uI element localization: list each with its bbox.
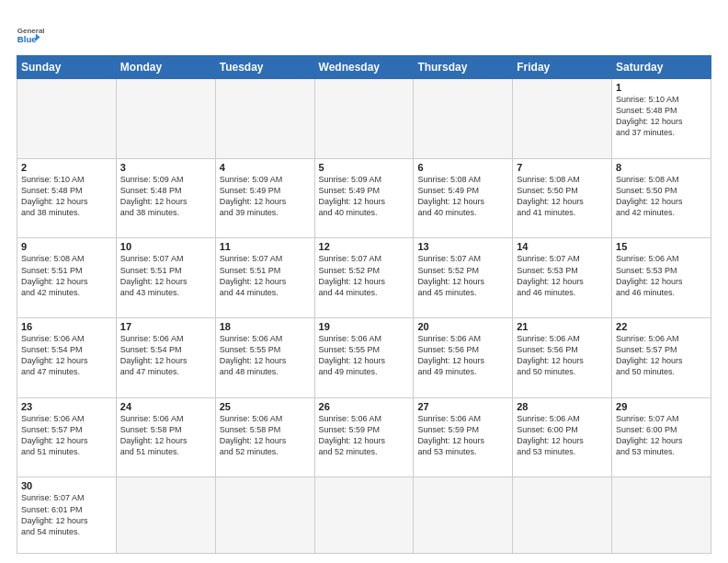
logo: GeneralBlue bbox=[17, 20, 46, 50]
day-number: 24 bbox=[120, 401, 211, 412]
calendar-header-sunday: Sunday bbox=[17, 56, 117, 79]
calendar-cell: 25Sunrise: 5:06 AM Sunset: 5:58 PM Dayli… bbox=[215, 397, 314, 477]
calendar-cell: 22Sunrise: 5:06 AM Sunset: 5:57 PM Dayli… bbox=[612, 318, 711, 398]
calendar-header-friday: Friday bbox=[513, 56, 612, 79]
calendar-cell: 18Sunrise: 5:06 AM Sunset: 5:55 PM Dayli… bbox=[215, 318, 314, 398]
day-info: Sunrise: 5:10 AM Sunset: 5:48 PM Dayligh… bbox=[616, 94, 707, 139]
calendar-cell: 6Sunrise: 5:08 AM Sunset: 5:49 PM Daylig… bbox=[414, 158, 513, 238]
day-number: 14 bbox=[517, 241, 608, 252]
day-info: Sunrise: 5:07 AM Sunset: 6:01 PM Dayligh… bbox=[21, 492, 112, 537]
day-number: 16 bbox=[21, 321, 112, 332]
calendar-cell: 15Sunrise: 5:06 AM Sunset: 5:53 PM Dayli… bbox=[612, 238, 711, 318]
day-info: Sunrise: 5:06 AM Sunset: 5:58 PM Dayligh… bbox=[220, 413, 311, 458]
calendar-cell bbox=[215, 477, 314, 554]
calendar-cell: 21Sunrise: 5:06 AM Sunset: 5:56 PM Dayli… bbox=[513, 318, 612, 398]
day-info: Sunrise: 5:08 AM Sunset: 5:50 PM Dayligh… bbox=[517, 174, 608, 219]
calendar-cell bbox=[17, 79, 117, 159]
calendar-cell: 11Sunrise: 5:07 AM Sunset: 5:51 PM Dayli… bbox=[215, 238, 314, 318]
calendar-header-tuesday: Tuesday bbox=[215, 56, 314, 79]
day-number: 26 bbox=[319, 401, 410, 412]
day-number: 12 bbox=[319, 241, 410, 252]
day-number: 5 bbox=[319, 162, 410, 173]
day-info: Sunrise: 5:06 AM Sunset: 5:58 PM Dayligh… bbox=[120, 413, 211, 458]
day-number: 2 bbox=[21, 162, 112, 173]
calendar-header-row: SundayMondayTuesdayWednesdayThursdayFrid… bbox=[17, 56, 711, 79]
day-number: 15 bbox=[616, 241, 707, 252]
day-number: 7 bbox=[517, 162, 608, 173]
calendar-cell: 24Sunrise: 5:06 AM Sunset: 5:58 PM Dayli… bbox=[116, 397, 215, 477]
day-number: 18 bbox=[220, 321, 311, 332]
calendar-cell: 13Sunrise: 5:07 AM Sunset: 5:52 PM Dayli… bbox=[414, 238, 513, 318]
day-number: 4 bbox=[220, 162, 311, 173]
day-info: Sunrise: 5:06 AM Sunset: 5:53 PM Dayligh… bbox=[616, 253, 707, 298]
day-number: 8 bbox=[616, 162, 707, 173]
calendar-cell: 30Sunrise: 5:07 AM Sunset: 6:01 PM Dayli… bbox=[17, 477, 117, 554]
day-number: 29 bbox=[616, 401, 707, 412]
day-info: Sunrise: 5:08 AM Sunset: 5:51 PM Dayligh… bbox=[21, 253, 112, 298]
calendar-cell: 1Sunrise: 5:10 AM Sunset: 5:48 PM Daylig… bbox=[612, 79, 711, 159]
svg-text:Blue: Blue bbox=[17, 34, 37, 44]
header: GeneralBlue bbox=[17, 17, 711, 50]
day-number: 17 bbox=[120, 321, 211, 332]
day-info: Sunrise: 5:06 AM Sunset: 5:54 PM Dayligh… bbox=[120, 333, 211, 378]
calendar-cell: 23Sunrise: 5:06 AM Sunset: 5:57 PM Dayli… bbox=[17, 397, 117, 477]
calendar-cell: 10Sunrise: 5:07 AM Sunset: 5:51 PM Dayli… bbox=[116, 238, 215, 318]
calendar-cell: 27Sunrise: 5:06 AM Sunset: 5:59 PM Dayli… bbox=[414, 397, 513, 477]
calendar-cell: 28Sunrise: 5:06 AM Sunset: 6:00 PM Dayli… bbox=[513, 397, 612, 477]
calendar-cell bbox=[513, 477, 612, 554]
day-number: 23 bbox=[21, 401, 112, 412]
day-info: Sunrise: 5:07 AM Sunset: 5:51 PM Dayligh… bbox=[120, 253, 211, 298]
day-info: Sunrise: 5:09 AM Sunset: 5:49 PM Dayligh… bbox=[220, 174, 311, 219]
calendar-cell: 4Sunrise: 5:09 AM Sunset: 5:49 PM Daylig… bbox=[215, 158, 314, 238]
day-number: 11 bbox=[220, 241, 311, 252]
calendar-cell bbox=[116, 79, 215, 159]
day-info: Sunrise: 5:07 AM Sunset: 5:53 PM Dayligh… bbox=[517, 253, 608, 298]
day-number: 28 bbox=[517, 401, 608, 412]
day-info: Sunrise: 5:08 AM Sunset: 5:49 PM Dayligh… bbox=[417, 174, 508, 219]
calendar-cell: 7Sunrise: 5:08 AM Sunset: 5:50 PM Daylig… bbox=[513, 158, 612, 238]
calendar-table: SundayMondayTuesdayWednesdayThursdayFrid… bbox=[17, 55, 711, 554]
calendar-cell bbox=[215, 79, 314, 159]
page: GeneralBlue SundayMondayTuesdayWednesday… bbox=[0, 0, 728, 563]
day-info: Sunrise: 5:09 AM Sunset: 5:48 PM Dayligh… bbox=[120, 174, 211, 219]
calendar-cell bbox=[314, 477, 414, 554]
calendar-cell: 9Sunrise: 5:08 AM Sunset: 5:51 PM Daylig… bbox=[17, 238, 117, 318]
day-number: 22 bbox=[616, 321, 707, 332]
calendar-cell: 12Sunrise: 5:07 AM Sunset: 5:52 PM Dayli… bbox=[314, 238, 414, 318]
day-info: Sunrise: 5:09 AM Sunset: 5:49 PM Dayligh… bbox=[319, 174, 410, 219]
day-info: Sunrise: 5:06 AM Sunset: 5:56 PM Dayligh… bbox=[517, 333, 608, 378]
svg-marker-2 bbox=[36, 33, 40, 40]
day-number: 9 bbox=[21, 241, 112, 252]
calendar-cell: 8Sunrise: 5:08 AM Sunset: 5:50 PM Daylig… bbox=[612, 158, 711, 238]
calendar-cell: 26Sunrise: 5:06 AM Sunset: 5:59 PM Dayli… bbox=[314, 397, 414, 477]
day-info: Sunrise: 5:06 AM Sunset: 5:56 PM Dayligh… bbox=[417, 333, 508, 378]
day-number: 3 bbox=[120, 162, 211, 173]
calendar-header-thursday: Thursday bbox=[414, 56, 513, 79]
day-info: Sunrise: 5:06 AM Sunset: 5:55 PM Dayligh… bbox=[220, 333, 311, 378]
calendar-cell bbox=[116, 477, 215, 554]
calendar-cell: 17Sunrise: 5:06 AM Sunset: 5:54 PM Dayli… bbox=[116, 318, 215, 398]
day-number: 6 bbox=[417, 162, 508, 173]
day-number: 19 bbox=[319, 321, 410, 332]
day-number: 10 bbox=[120, 241, 211, 252]
day-number: 1 bbox=[616, 82, 707, 93]
day-info: Sunrise: 5:06 AM Sunset: 5:59 PM Dayligh… bbox=[319, 413, 410, 458]
day-number: 27 bbox=[417, 401, 508, 412]
calendar-cell: 19Sunrise: 5:06 AM Sunset: 5:55 PM Dayli… bbox=[314, 318, 414, 398]
day-info: Sunrise: 5:06 AM Sunset: 6:00 PM Dayligh… bbox=[517, 413, 608, 458]
calendar-header-saturday: Saturday bbox=[612, 56, 711, 79]
day-info: Sunrise: 5:06 AM Sunset: 5:57 PM Dayligh… bbox=[21, 413, 112, 458]
calendar-header-monday: Monday bbox=[116, 56, 215, 79]
day-info: Sunrise: 5:06 AM Sunset: 5:59 PM Dayligh… bbox=[417, 413, 508, 458]
day-number: 25 bbox=[220, 401, 311, 412]
calendar-cell: 3Sunrise: 5:09 AM Sunset: 5:48 PM Daylig… bbox=[116, 158, 215, 238]
calendar-cell: 16Sunrise: 5:06 AM Sunset: 5:54 PM Dayli… bbox=[17, 318, 117, 398]
calendar-cell: 20Sunrise: 5:06 AM Sunset: 5:56 PM Dayli… bbox=[414, 318, 513, 398]
day-info: Sunrise: 5:07 AM Sunset: 6:00 PM Dayligh… bbox=[616, 413, 707, 458]
day-info: Sunrise: 5:06 AM Sunset: 5:55 PM Dayligh… bbox=[319, 333, 410, 378]
day-info: Sunrise: 5:07 AM Sunset: 5:52 PM Dayligh… bbox=[417, 253, 508, 298]
day-number: 30 bbox=[21, 480, 112, 491]
calendar-cell bbox=[612, 477, 711, 554]
logo-icon: GeneralBlue bbox=[17, 20, 46, 50]
calendar-cell bbox=[513, 79, 612, 159]
